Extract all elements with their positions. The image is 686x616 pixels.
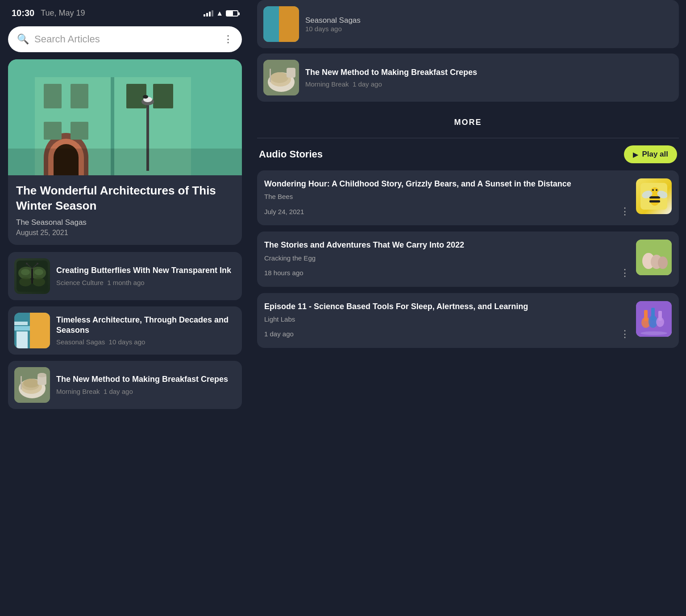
wifi-icon: ▲: [216, 9, 223, 17]
featured-article-source: The Seasonal Sagas: [16, 218, 234, 227]
svg-point-19: [143, 95, 148, 99]
svg-point-59: [656, 189, 657, 191]
status-time: 10:30: [12, 8, 34, 18]
right-article-title-crepes: The New Method to Making Breakfast Crepe…: [305, 67, 477, 78]
signal-icon: [204, 10, 213, 17]
svg-point-30: [26, 263, 28, 265]
play-all-label: Play all: [642, 150, 668, 159]
right-thumb-crepes: [263, 60, 299, 95]
svg-rect-34: [14, 326, 30, 331]
featured-article-date: August 25, 2021: [16, 229, 234, 237]
svg-point-70: [649, 315, 657, 328]
audio-more-icon-stories-adventures[interactable]: ⋮: [620, 267, 630, 279]
article-item-crepes[interactable]: The New Method to Making Breakfast Crepe…: [8, 361, 242, 409]
audio-date-row-episode-11: 1 day ago ⋮: [264, 328, 630, 340]
partial-seasonal-item[interactable]: Seasonal Sagas 10 days ago: [257, 0, 679, 48]
search-placeholder: Search Articles: [34, 33, 218, 45]
more-options-icon[interactable]: ⋮: [223, 33, 233, 45]
audio-stories-header: Audio Stories ▶ Play all: [257, 145, 679, 163]
svg-point-50: [270, 72, 288, 83]
partial-time: 10 days ago: [305, 25, 361, 33]
svg-rect-27: [31, 269, 33, 284]
svg-rect-52: [287, 68, 295, 78]
article-thumb-architecture: [14, 313, 50, 348]
status-icons: ▲: [204, 9, 238, 17]
article-thumb-butterflies: [14, 258, 50, 294]
article-thumb-crepes: [14, 367, 50, 403]
article-meta-architecture: Seasonal Sagas 10 days ago: [56, 338, 236, 346]
audio-title-episode-11: Episode 11 - Science Based Tools For Sle…: [264, 301, 630, 312]
play-icon: ▶: [633, 150, 638, 159]
svg-point-65: [658, 256, 668, 269]
featured-article-text: The Wonderful Architectures of This Wint…: [8, 175, 242, 245]
svg-rect-6: [153, 84, 173, 108]
svg-point-26: [34, 269, 43, 275]
right-panel: Seasonal Sagas 10 days ago The New Metho…: [250, 0, 686, 616]
play-all-button[interactable]: ▶ Play all: [624, 145, 677, 163]
audio-date-wondering-hour: July 24, 2021: [264, 208, 304, 215]
audio-title-stories-adventures: The Stories and Adventures That We Carry…: [264, 240, 630, 250]
audio-more-icon-episode-11[interactable]: ⋮: [620, 328, 630, 340]
svg-rect-16: [44, 122, 62, 140]
battery-icon: [226, 10, 238, 17]
article-meta-butterflies: Science Culture 1 month ago: [56, 279, 236, 286]
divider: [257, 138, 679, 138]
svg-point-23: [19, 277, 32, 286]
svg-rect-55: [649, 196, 660, 198]
featured-article-card[interactable]: The Wonderful Architectures of This Wint…: [8, 59, 242, 245]
svg-rect-4: [71, 84, 88, 108]
more-button[interactable]: MORE: [257, 109, 679, 136]
search-bar[interactable]: 🔍 Search Articles ⋮: [8, 26, 242, 52]
svg-point-24: [33, 277, 45, 286]
article-item-butterflies[interactable]: Creating Butterflies With New Transparen…: [8, 252, 242, 300]
right-article-meta-crepes: Morning Break 1 day ago: [305, 80, 477, 88]
audio-source-episode-11: Light Labs: [264, 315, 630, 323]
svg-point-73: [640, 331, 667, 335]
audio-source-wondering-hour: The Bees: [264, 193, 630, 200]
featured-article-image: [8, 59, 242, 175]
article-info-butterflies: Creating Butterflies With New Transparen…: [56, 265, 236, 286]
article-title-butterflies: Creating Butterflies With New Transparen…: [56, 265, 236, 276]
svg-rect-3: [44, 84, 62, 108]
svg-rect-18: [8, 149, 242, 175]
article-item-architecture[interactable]: Timeless Architecture, Through Decades a…: [8, 306, 242, 355]
svg-point-31: [37, 263, 38, 265]
svg-point-72: [656, 317, 664, 327]
audio-date-episode-11: 1 day ago: [264, 330, 294, 338]
right-article-crepes[interactable]: The New Method to Making Breakfast Crepe…: [257, 54, 679, 102]
svg-rect-46: [279, 6, 299, 42]
svg-point-41: [23, 379, 39, 388]
more-button-label: MORE: [454, 118, 482, 127]
audio-stories-title: Audio Stories: [259, 149, 323, 160]
partial-thumb: [263, 6, 299, 42]
article-meta-crepes: Morning Break 1 day ago: [56, 388, 236, 395]
audio-more-icon-wondering-hour[interactable]: ⋮: [620, 206, 630, 217]
audio-item-episode-11-content: Episode 11 - Science Based Tools For Sle…: [264, 301, 630, 340]
audio-item-wondering-hour[interactable]: Wondering Hour: A Childhood Story, Grizz…: [257, 170, 679, 225]
audio-item-wondering-hour-content: Wondering Hour: A Childhood Story, Grizz…: [264, 178, 630, 217]
audio-date-row-stories-adventures: 18 hours ago ⋮: [264, 267, 630, 279]
article-title-crepes: The New Method to Making Breakfast Crepe…: [56, 374, 236, 384]
svg-rect-35: [14, 322, 28, 325]
article-info-crepes: The New Method to Making Breakfast Crepe…: [56, 374, 236, 395]
svg-rect-56: [649, 200, 660, 203]
audio-item-episode-11[interactable]: Episode 11 - Science Based Tools For Sle…: [257, 293, 679, 348]
partial-source: Seasonal Sagas: [305, 16, 361, 25]
audio-thumb-bees: [636, 178, 672, 214]
status-date: Tue, May 19: [41, 8, 85, 18]
audio-item-stories-adventures[interactable]: The Stories and Adventures That We Carry…: [257, 232, 679, 286]
audio-source-stories-adventures: Cracking the Egg: [264, 254, 630, 262]
svg-point-25: [21, 269, 30, 275]
svg-rect-51: [270, 69, 271, 82]
search-icon: 🔍: [17, 33, 29, 45]
svg-rect-36: [17, 331, 28, 348]
audio-date-row-wondering-hour: July 24, 2021 ⋮: [264, 206, 630, 217]
audio-date-stories-adventures: 18 hours ago: [264, 269, 304, 277]
audio-thumb-lab: [636, 301, 672, 337]
article-title-architecture: Timeless Architecture, Through Decades a…: [56, 315, 236, 336]
featured-article-title: The Wonderful Architectures of This Wint…: [16, 183, 234, 214]
svg-point-58: [652, 189, 654, 191]
audio-thumb-eggs: [636, 240, 672, 275]
svg-rect-42: [21, 376, 22, 389]
audio-item-stories-adventures-content: The Stories and Adventures That We Carry…: [264, 240, 630, 278]
